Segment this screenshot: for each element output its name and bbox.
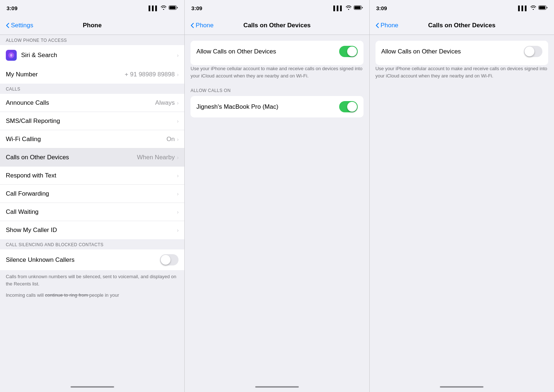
battery-icon-3 [538, 5, 547, 11]
status-time-2: 3:09 [191, 5, 202, 11]
allow-calls-row: Allow Calls on Other Devices [190, 41, 363, 62]
siri-icon [6, 50, 17, 61]
status-time-1: 3:09 [7, 5, 17, 11]
calls-other-chevron: › [177, 155, 179, 160]
toggle-highlight-off [524, 46, 542, 57]
devices-group: Jignesh's MacBook Pro (Mac) [190, 96, 363, 117]
macbook-toggle[interactable] [339, 101, 358, 112]
calls-other-value: When Nearby [137, 154, 175, 161]
list-group-number: My Number + 91 98989 89898 › [0, 65, 184, 84]
page-title-1: Phone [83, 22, 102, 29]
wifi-icon [161, 5, 166, 11]
allow-calls-row-off: Allow Calls on Other Devices [376, 41, 548, 62]
siri-search-item[interactable]: Siri & Search › [0, 45, 184, 65]
call-waiting-chevron: › [177, 209, 179, 215]
call-forwarding-label: Call Forwarding [6, 190, 49, 197]
status-bar-1: 3:09 ▌▌▌ [0, 0, 184, 16]
back-label-3: Phone [381, 22, 398, 29]
silence-description: Calls from unknown numbers will be silen… [0, 270, 184, 289]
back-to-settings[interactable]: Settings [6, 22, 33, 29]
sms-reporting-label: SMS/Call Reporting [6, 117, 60, 125]
calls-other-devices-item[interactable]: Calls on Other Devices When Nearby › [0, 148, 184, 167]
allow-calls-toggle-on[interactable] [339, 46, 358, 57]
back-to-phone-3[interactable]: Phone [376, 22, 398, 29]
respond-text-chevron: › [177, 173, 179, 179]
page-title-3: Calls on Other Devices [428, 22, 495, 29]
home-bar-1 [71, 386, 114, 388]
allow-calls-description-3: Use your iPhone cellular account to make… [370, 65, 554, 85]
signal-icon-2: ▌▌▌ [333, 5, 344, 11]
allow-calls-knob-on [347, 47, 357, 56]
silence-toggle-knob [161, 255, 170, 265]
status-icons-2: ▌▌▌ [333, 5, 363, 11]
toggle-highlight-on [339, 46, 358, 57]
strikethrough-text: continue to ring from [45, 292, 89, 298]
section-header-allow: ALLOW PHONE TO ACCESS [0, 35, 184, 45]
nav-bar-2: Phone Calls on Other Devices [185, 16, 369, 35]
panel1-content: ALLOW PHONE TO ACCESS [0, 35, 184, 382]
section-header-calls: CALLS [0, 84, 184, 94]
status-icons-3: ▌▌▌ [518, 5, 547, 11]
panel2-content: Allow Calls on Other Devices Use your iP… [185, 35, 369, 382]
section-header-silencing: CALL SILENCING AND BLOCKED CONTACTS [0, 239, 184, 249]
svg-rect-1 [169, 6, 176, 9]
siri-chevron: › [177, 52, 179, 58]
calls-other-devices-panel-on: 3:09 ▌▌▌ Phon [185, 0, 369, 392]
back-to-phone-2[interactable]: Phone [190, 22, 213, 29]
announce-calls-chevron: › [177, 100, 179, 106]
home-bar-2 [255, 386, 299, 388]
allow-calls-description-2: Use your iPhone cellular account to make… [185, 65, 369, 85]
home-indicator-1 [0, 382, 184, 392]
battery-icon [169, 5, 178, 11]
allow-calls-knob-off [525, 47, 534, 56]
home-bar-3 [440, 386, 483, 388]
caller-id-item[interactable]: Show My Caller ID › [0, 221, 184, 239]
back-label-1: Settings [11, 22, 33, 29]
sms-chevron: › [177, 118, 179, 124]
calls-other-devices-panel-off: 3:09 ▌▌▌ Phon [370, 0, 554, 392]
announce-calls-label: Announce Calls [6, 99, 49, 107]
call-forwarding-item[interactable]: Call Forwarding › [0, 185, 184, 203]
my-number-item[interactable]: My Number + 91 98989 89898 › [0, 65, 184, 84]
battery-icon-2 [354, 5, 363, 11]
call-forwarding-chevron: › [177, 191, 179, 197]
allow-calls-on-header: ALLOW CALLS ON [185, 85, 369, 95]
back-label-2: Phone [196, 22, 213, 29]
status-time-3: 3:09 [376, 5, 387, 11]
call-waiting-label: Call Waiting [6, 208, 39, 216]
macbook-knob [347, 102, 357, 112]
status-icons-1: ▌▌▌ [149, 5, 178, 11]
phone-settings-panel: 3:09 ▌▌▌ Sett [0, 0, 185, 392]
silence-unknown-row[interactable]: Silence Unknown Callers [0, 249, 184, 270]
list-group-siri: Siri & Search › [0, 45, 184, 65]
my-number-label: My Number [6, 71, 38, 78]
nav-bar-3: Phone Calls on Other Devices [370, 16, 554, 35]
silence-toggle[interactable] [160, 254, 178, 265]
macbook-device-row: Jignesh's MacBook Pro (Mac) [190, 96, 363, 117]
allow-calls-label-2: Allow Calls on Other Devices [196, 48, 276, 55]
siri-label: Siri & Search [21, 52, 57, 59]
wifi-calling-item[interactable]: Wi-Fi Calling On › [0, 130, 184, 148]
call-waiting-item[interactable]: Call Waiting › [0, 203, 184, 221]
calls-other-label: Calls on Other Devices [6, 154, 69, 161]
panel3-content: Allow Calls on Other Devices Use your iP… [370, 35, 554, 382]
wifi-icon-2 [346, 5, 352, 11]
sms-reporting-item[interactable]: SMS/Call Reporting › [0, 112, 184, 130]
svg-rect-7 [539, 6, 545, 9]
allow-calls-toggle-off[interactable] [524, 46, 542, 57]
respond-text-item[interactable]: Respond with Text › [0, 167, 184, 185]
signal-icon-3: ▌▌▌ [518, 5, 528, 11]
status-bar-3: 3:09 ▌▌▌ [370, 0, 554, 16]
home-indicator-2 [185, 382, 369, 392]
svg-rect-5 [354, 6, 361, 9]
caller-id-chevron: › [177, 227, 179, 233]
svg-point-3 [10, 54, 12, 57]
main-toggle-group-off: Allow Calls on Other Devices [376, 41, 548, 65]
list-group-silencing: Silence Unknown Callers [0, 249, 184, 270]
respond-text-label: Respond with Text [6, 172, 56, 179]
home-indicator-3 [370, 382, 554, 392]
macbook-label: Jignesh's MacBook Pro (Mac) [196, 103, 278, 111]
list-group-calls: Announce Calls Always › SMS/Call Reporti… [0, 94, 184, 239]
signal-icon: ▌▌▌ [149, 5, 159, 11]
announce-calls-item[interactable]: Announce Calls Always › [0, 94, 184, 112]
